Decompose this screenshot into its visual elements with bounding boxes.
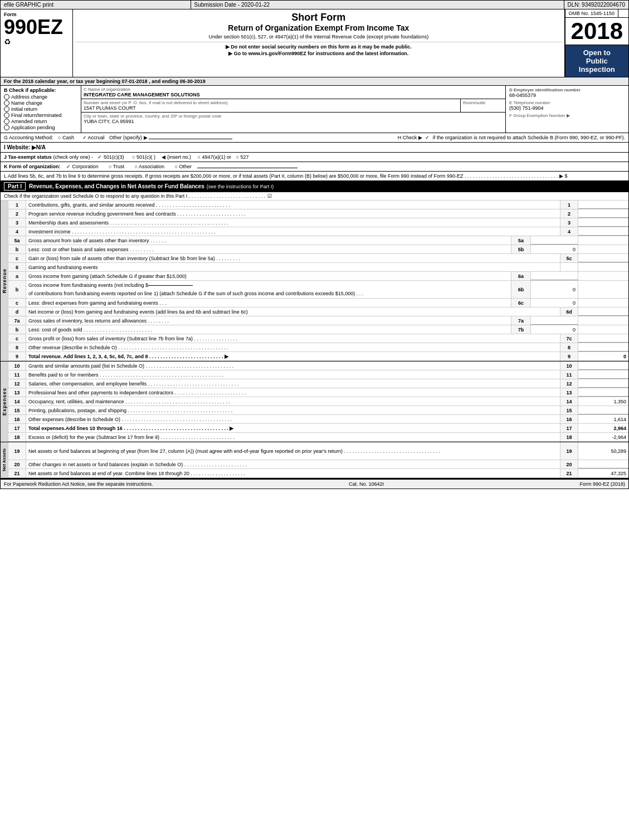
line-7c-desc: Gross profit or (loss) from sales of inv… <box>26 334 560 343</box>
net-assets-section-wrapper: Net Assets 19 Net assets or fund balance… <box>1 442 628 478</box>
line-4-row: 4 Investment income . . . . . . . . . . … <box>8 227 628 236</box>
line-7a-row: 7a Gross sales of inventory, less return… <box>8 316 628 325</box>
line-7c-col: 7c <box>560 334 578 343</box>
line-16-num: 16 <box>8 415 26 423</box>
omb-year-row: OMB No. 1545-1150 <box>565 9 628 18</box>
line-8-val <box>578 343 628 351</box>
j-label: J Tax-exempt status <box>4 154 52 160</box>
efile-block: efile GRAPHIC print <box>1 1 191 9</box>
check-if-label: B Check if applicable: <box>4 87 77 93</box>
line-9-row: 9 Total revenue. Add lines 1, 2, 3, 4, 5… <box>8 352 628 361</box>
line-18-col: 18 <box>560 433 578 441</box>
line-5a-col: 5a <box>511 236 531 245</box>
org-detail-col: C Name of organization INTEGRATED CARE M… <box>81 86 506 133</box>
final-return-label: Final return/terminated <box>11 113 62 118</box>
expenses-side-label: Expenses <box>1 362 8 442</box>
initial-return-radio[interactable] <box>4 106 9 112</box>
line-13-val <box>578 388 628 397</box>
line-6d-col: 6d <box>560 307 578 316</box>
initial-return-label: Initial return <box>11 106 37 112</box>
line-11-desc: Benefits paid to or for members . . . . … <box>26 370 560 379</box>
line-12-num: 12 <box>8 379 26 388</box>
l-text: L Add lines 5b, 6c, and 7b to line 9 to … <box>4 173 568 179</box>
line-7b-row: b Less: cost of goods sold . . . . . . .… <box>8 325 628 334</box>
line-7c-row: c Gross profit or (loss) from sales of i… <box>8 334 628 343</box>
line-7c-num: c <box>8 334 26 343</box>
line-3-col: 3 <box>560 218 578 227</box>
line-14-val: 1,350 <box>578 397 628 406</box>
line-5a-num: 5a <box>8 236 26 245</box>
j-note: (check only one) - <box>53 154 93 160</box>
line-6d-desc: Net income or (loss) from gaming and fun… <box>26 307 560 316</box>
name-change-item: Name change <box>4 100 77 106</box>
address-change-radio[interactable] <box>4 94 9 100</box>
footer-left: For Paperwork Reduction Act Notice, see … <box>4 481 153 487</box>
line-16-val: 1,614 <box>578 415 628 423</box>
j-501c3: ✓ 501(c)(3) <box>97 154 124 160</box>
org-room-block: Room/suite <box>461 99 505 112</box>
amended-return-radio[interactable] <box>4 119 9 124</box>
line-12-row: 12 Salaries, other compensation, and emp… <box>8 379 628 388</box>
line-10-desc: Grants and similar amounts paid (list in… <box>26 362 560 370</box>
j-4947: ○ 4947(a)(1) or <box>197 154 231 160</box>
k-label: K Form of organization: <box>4 164 61 169</box>
line-10-row: 10 Grants and similar amounts paid (list… <box>8 362 628 370</box>
line-11-row: 11 Benefits paid to or for members . . .… <box>8 370 628 379</box>
footer-row: For Paperwork Reduction Act Notice, see … <box>1 478 628 489</box>
line-15-col: 15 <box>560 406 578 414</box>
line-6c-val: 0 <box>531 299 578 307</box>
line-17-row: 17 Total expenses. Add lines 10 through … <box>8 424 628 433</box>
line-10-val <box>578 362 628 370</box>
line-6a-desc: Gross income from gaming (attach Schedul… <box>26 272 511 280</box>
org-city-row: City or town, state or province, country… <box>81 113 505 125</box>
name-change-label: Name change <box>11 100 42 106</box>
line-5a-desc: Gross amount from sale of assets other t… <box>26 236 511 245</box>
k-corporation: ✓ Corporation <box>66 164 99 169</box>
accounting-left: G Accounting Method: ○ Cash ✓ Accrual Ot… <box>4 135 398 140</box>
line-5c-num: c <box>8 254 26 262</box>
part1-title: Revenue, Expenses, and Changes in Net As… <box>29 183 204 189</box>
open-to-public-block: Open toPublicInspection <box>565 45 628 77</box>
line-9-col: 9 <box>560 352 578 360</box>
line-19-desc: Net assets or fund balances at beginning… <box>26 442 560 460</box>
org-section: B Check if applicable: Address change Na… <box>1 86 628 133</box>
application-pending-radio[interactable] <box>4 125 9 130</box>
final-return-radio[interactable] <box>4 113 9 118</box>
revenue-side-label: Revenue <box>1 201 8 361</box>
org-name-row: C Name of organization INTEGRATED CARE M… <box>81 86 505 99</box>
org-ein: 68-0455379 <box>509 92 625 98</box>
check-line-text: Check if the organization used Schedule … <box>4 193 265 199</box>
line-7b-val: 0 <box>531 325 578 334</box>
line-2-desc: Program service revenue including govern… <box>26 209 560 218</box>
e-label: E Telephone number <box>509 100 625 105</box>
line-7c-val <box>578 334 628 343</box>
line-2-num: 2 <box>8 209 26 218</box>
line-4-desc: Investment income . . . . . . . . . . . … <box>26 227 560 236</box>
line-5c-row: c Gain or (loss) from sale of assets oth… <box>8 254 628 263</box>
h-label: H Check ▶ <box>398 135 422 140</box>
line-4-val <box>578 227 628 236</box>
line-6-num: 6 <box>8 263 26 271</box>
line-8-num: 8 <box>8 343 26 351</box>
line-5b-desc: Less: cost or other basis and sales expe… <box>26 245 511 253</box>
line-1-col: 1 <box>560 201 578 209</box>
other-option: Other (specify) ▶ <box>109 135 148 140</box>
line-6d-row: d Net income or (loss) from gaming and f… <box>8 307 628 316</box>
c-label: C Name of organization <box>84 87 503 92</box>
line-5b-val: 0 <box>531 245 578 253</box>
line-21-val: 47,325 <box>578 469 628 477</box>
part1-check-line: Check if the organization used Schedule … <box>1 192 628 201</box>
name-change-radio[interactable] <box>4 100 9 106</box>
line-3-desc: Membership dues and assessments . . . . … <box>26 218 560 227</box>
form-number: 990EZ <box>4 17 69 37</box>
check-applicable-col: B Check if applicable: Address change Na… <box>1 86 81 133</box>
line-21-col: 21 <box>560 469 578 477</box>
line-20-num: 20 <box>8 460 26 468</box>
form-wrapper: efile GRAPHIC print Submission Date - 20… <box>0 0 629 489</box>
amended-return-label: Amended return <box>11 119 47 124</box>
line-3-num: 3 <box>8 218 26 227</box>
line-4-num: 4 <box>8 227 26 236</box>
line-6b-desc: Gross income from fundraising events (no… <box>26 281 511 298</box>
part1-label: Part I <box>4 182 26 191</box>
add-lines-row: L Add lines 5b, 6c, and 7b to line 9 to … <box>1 172 628 181</box>
